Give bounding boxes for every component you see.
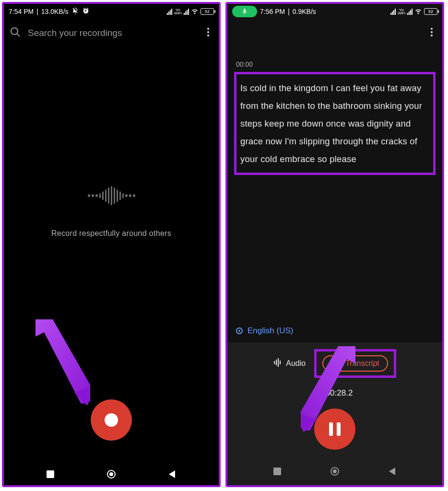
svg-point-23 xyxy=(333,469,337,473)
svg-rect-12 xyxy=(274,361,275,364)
signal-1-icon xyxy=(390,9,396,15)
vowifi-icon: VoWiFi xyxy=(174,8,182,15)
status-net: 13.0KB/s xyxy=(41,8,69,15)
transcript-lines-icon xyxy=(331,359,341,368)
svg-rect-21 xyxy=(273,468,281,475)
empty-hint: Record respectfully around others xyxy=(51,229,171,238)
transcript-text[interactable]: Is cold in the kingdom I can feel you fa… xyxy=(234,72,436,175)
svg-point-9 xyxy=(431,28,433,30)
annotation-highlight: Transcript xyxy=(314,349,396,378)
signal-2-icon xyxy=(407,9,413,15)
pause-button[interactable] xyxy=(314,409,355,450)
search-row xyxy=(4,19,219,47)
svg-rect-5 xyxy=(47,470,54,478)
svg-marker-8 xyxy=(169,470,175,478)
status-time: 7:54 PM xyxy=(9,8,34,15)
nav-home-icon[interactable] xyxy=(97,469,126,479)
status-time: 7:56 PM xyxy=(260,8,285,15)
wifi-icon xyxy=(414,7,422,16)
signal-1-icon xyxy=(167,9,172,15)
tab-transcript[interactable]: Transcript xyxy=(322,355,388,372)
signal-2-icon xyxy=(184,9,189,15)
status-bar: 7:54 PM | 13.0KB/s VoWiFi 52 xyxy=(4,4,219,19)
mic-active-pill[interactable] xyxy=(232,6,257,17)
nav-back-icon[interactable] xyxy=(378,467,407,476)
wifi-icon xyxy=(191,7,199,16)
more-menu-icon[interactable] xyxy=(203,24,213,42)
svg-rect-15 xyxy=(280,361,281,364)
nav-recent-icon[interactable] xyxy=(263,467,292,476)
status-bar: 7:56 PM | 0.9KB/s VoWiFi 52 xyxy=(227,4,442,19)
battery-icon: 52 xyxy=(424,8,437,15)
record-button[interactable] xyxy=(91,399,132,441)
transcript-start-time: 00:00 xyxy=(236,60,436,68)
status-net: 0.9KB/s xyxy=(293,8,316,15)
bell-off-icon xyxy=(71,7,79,16)
recording-elapsed: 00:28.2 xyxy=(317,388,353,398)
pause-icon xyxy=(329,422,341,436)
phone-left: 7:54 PM | 13.0KB/s VoWiFi 52 xyxy=(2,2,221,487)
nav-home-icon[interactable] xyxy=(320,466,349,477)
svg-rect-13 xyxy=(276,360,277,365)
empty-state: Record respectfully around others xyxy=(4,47,219,377)
record-dot-icon xyxy=(105,413,118,427)
svg-point-11 xyxy=(431,35,433,36)
bottom-panel: Audio Transcript 00:28.2 xyxy=(227,342,442,485)
nav-back-icon[interactable] xyxy=(158,469,187,479)
search-icon[interactable] xyxy=(10,26,21,40)
audio-bars-icon xyxy=(273,358,282,369)
svg-point-0 xyxy=(207,28,209,30)
svg-point-7 xyxy=(109,472,113,476)
battery-icon: 52 xyxy=(200,8,214,15)
svg-marker-24 xyxy=(389,468,395,475)
recording-dot-icon xyxy=(317,391,321,395)
android-navbar xyxy=(234,460,436,482)
search-input[interactable] xyxy=(28,28,197,38)
waveform-icon xyxy=(88,186,135,205)
more-menu-icon[interactable] xyxy=(427,24,436,42)
tab-transcript-label: Transcript xyxy=(345,359,379,368)
svg-rect-14 xyxy=(278,358,279,367)
tab-audio[interactable]: Audio xyxy=(273,358,306,369)
svg-point-1 xyxy=(207,31,209,33)
svg-point-10 xyxy=(431,31,433,33)
phone-right: 7:56 PM | 0.9KB/s VoWiFi 52 00:00 Is col… xyxy=(225,2,444,487)
svg-marker-4 xyxy=(74,384,90,406)
alarm-icon xyxy=(82,7,90,16)
tab-audio-label: Audio xyxy=(286,359,306,368)
language-label: English (US) xyxy=(248,326,293,336)
vowifi-icon: VoWiFi xyxy=(398,8,405,15)
language-selector[interactable]: English (US) xyxy=(234,320,436,342)
radio-dot-icon xyxy=(236,327,243,334)
svg-point-2 xyxy=(207,35,209,36)
android-navbar xyxy=(4,463,219,485)
nav-recent-icon[interactable] xyxy=(36,469,65,479)
